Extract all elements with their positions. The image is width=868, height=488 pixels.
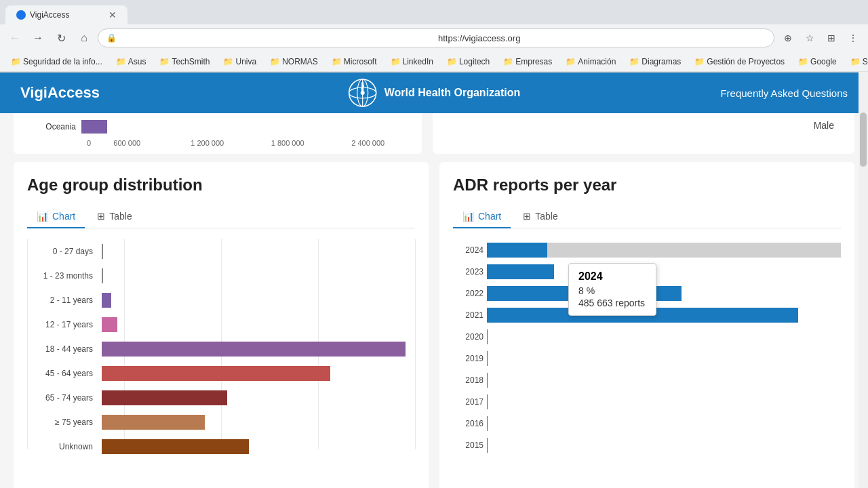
age-label-0-27days: 0 - 27 days bbox=[27, 247, 98, 256]
adr-table-tab[interactable]: ⊞ Table bbox=[513, 205, 567, 228]
faq-link[interactable]: Frequently Asked Questions bbox=[720, 87, 848, 99]
bookmark-google[interactable]: 📁 Google bbox=[793, 56, 842, 68]
bookmark-animacion[interactable]: 📁 Animación bbox=[560, 56, 621, 68]
bookmark-linkedin[interactable]: 📁 LinkedIn bbox=[385, 56, 439, 68]
adr-bar-2015 bbox=[487, 438, 841, 453]
age-label-2-11years: 2 - 11 years bbox=[27, 296, 98, 305]
who-text: World Health Organization bbox=[384, 86, 521, 100]
grid-line-100 bbox=[415, 239, 416, 449]
x-tick-1: 600 000 bbox=[87, 139, 167, 147]
bookmark-microsoft[interactable]: 📁 Microsoft bbox=[326, 56, 382, 68]
scrollbar-thumb[interactable] bbox=[860, 113, 867, 167]
adr-row-2017: 2017 bbox=[487, 391, 841, 413]
ssl-icon: 🔒 bbox=[106, 33, 434, 43]
folder-icon: 📁 bbox=[332, 57, 342, 66]
who-logo: World Health Organization bbox=[348, 78, 521, 108]
bookmark-label: Univa bbox=[235, 57, 256, 66]
bookmark-techsmith[interactable]: 📁 TechSmith bbox=[154, 56, 215, 68]
menu-icon[interactable]: ⋮ bbox=[844, 28, 863, 47]
age-table-tab-label: Table bbox=[109, 211, 132, 222]
folder-icon: 📁 bbox=[447, 57, 457, 66]
adr-table-tab-label: Table bbox=[535, 211, 557, 222]
bookmark-icon[interactable]: ☆ bbox=[800, 28, 819, 47]
adr-bar-2023 bbox=[487, 264, 841, 279]
bookmark-label: Diagramas bbox=[642, 57, 681, 66]
forward-button[interactable]: → bbox=[28, 28, 47, 47]
top-partial-row: Oceania 0 600 000 1 200 000 1 800 000 2 … bbox=[0, 113, 868, 154]
age-row-0-27days: 0 - 27 days bbox=[102, 239, 415, 264]
x-axis: 0 600 000 1 200 000 1 800 000 2 400 000 bbox=[87, 139, 408, 147]
folder-icon: 📁 bbox=[566, 57, 576, 66]
age-row-12-17years: 12 - 17 years bbox=[102, 312, 415, 337]
age-bar-12-17years bbox=[102, 317, 415, 332]
age-bar-fill bbox=[102, 342, 406, 357]
adr-row-2023: 2023 bbox=[487, 261, 841, 283]
site-logo[interactable]: VigiAccess bbox=[20, 84, 100, 102]
adr-chart-tab[interactable]: 📊 Chart bbox=[453, 205, 511, 228]
age-bar-fill bbox=[102, 390, 227, 405]
adr-panel-title: ADR reports per year bbox=[453, 176, 841, 195]
oceania-label: Oceania bbox=[27, 122, 81, 131]
adr-bar-2017 bbox=[487, 394, 841, 409]
adr-bar-2024: 2024 8 % 485 663 reports bbox=[487, 243, 841, 258]
adr-row-2020: 2020 bbox=[487, 326, 841, 348]
region-panel-partial: Oceania 0 600 000 1 200 000 1 800 000 2 … bbox=[14, 113, 422, 154]
bookmark-label: NORMAS bbox=[282, 57, 318, 66]
folder-icon: 📁 bbox=[629, 57, 639, 66]
bookmark-empresas[interactable]: 📁 Empresas bbox=[498, 56, 557, 68]
home-button[interactable]: ⌂ bbox=[75, 28, 94, 47]
age-bar-unknown bbox=[102, 439, 415, 454]
age-bar-fill bbox=[102, 317, 117, 332]
age-panel-title: Age group distribution bbox=[27, 176, 415, 195]
reload-button[interactable]: ↻ bbox=[52, 28, 71, 47]
browser-chrome: VigiAccess ✕ ← → ↻ ⌂ 🔒 https://vigiacces… bbox=[0, 0, 868, 73]
adr-bar-fill bbox=[487, 416, 488, 431]
bookmark-label: Animación bbox=[578, 57, 616, 66]
bookmark-label: Asus bbox=[128, 57, 146, 66]
browser-tabs: VigiAccess ✕ bbox=[0, 0, 868, 24]
adr-bar-fill bbox=[487, 351, 488, 366]
adr-row-2015: 2015 bbox=[487, 434, 841, 456]
age-label-18-44years: 18 - 44 years bbox=[27, 344, 98, 354]
age-table-tab[interactable]: ⊞ Table bbox=[87, 205, 141, 228]
age-label-45-64years: 45 - 64 years bbox=[27, 369, 98, 378]
translate-icon[interactable]: ⊕ bbox=[778, 28, 797, 47]
adr-bar-fill bbox=[487, 438, 488, 453]
bookmark-streaming[interactable]: 📁 Streaming Video bbox=[845, 56, 868, 68]
bookmark-seguridad[interactable]: 📁 Seguridad de la info... bbox=[5, 56, 108, 68]
tooltip-year: 2024 bbox=[578, 270, 646, 283]
adr-label-2017: 2017 bbox=[453, 397, 484, 407]
bookmark-normas[interactable]: 📁 NORMAS bbox=[264, 56, 323, 68]
main-panels: Age group distribution 📊 Chart ⊞ Table bbox=[0, 162, 868, 488]
address-bar[interactable]: 🔒 https://vigiaccess.org bbox=[98, 28, 774, 47]
url-text: https://vigiaccess.org bbox=[438, 33, 766, 43]
adr-table-icon: ⊞ bbox=[523, 211, 531, 222]
adr-label-2022: 2022 bbox=[453, 289, 484, 298]
bookmark-label: Empresas bbox=[515, 57, 552, 66]
browser-toolbar-icons: ⊕ ☆ ⊞ ⋮ bbox=[778, 28, 863, 47]
adr-label-2023: 2023 bbox=[453, 267, 484, 277]
folder-icon: 📁 bbox=[270, 57, 280, 66]
adr-label-2020: 2020 bbox=[453, 332, 484, 342]
bookmark-univa[interactable]: 📁 Univa bbox=[218, 56, 262, 68]
age-bar-75plus bbox=[102, 415, 415, 430]
active-tab[interactable]: VigiAccess ✕ bbox=[5, 5, 127, 24]
adr-label-2018: 2018 bbox=[453, 375, 484, 385]
extensions-icon[interactable]: ⊞ bbox=[822, 28, 841, 47]
back-button[interactable]: ← bbox=[5, 28, 24, 47]
adr-bar-2022 bbox=[487, 286, 841, 301]
tab-close-button[interactable]: ✕ bbox=[108, 9, 117, 20]
adr-row-2022: 2022 bbox=[487, 283, 841, 304]
adr-label-2016: 2016 bbox=[453, 419, 484, 428]
adr-bar-fill bbox=[487, 394, 488, 409]
site-header: VigiAccess World Health Organization Fre… bbox=[0, 73, 868, 113]
adr-row-2024: 2024 2024 8 % 485 663 reports bbox=[487, 239, 841, 261]
bookmark-asus[interactable]: 📁 Asus bbox=[111, 56, 152, 68]
folder-icon: 📁 bbox=[850, 57, 861, 66]
age-chart-tab[interactable]: 📊 Chart bbox=[27, 205, 85, 228]
oceania-row: Oceania bbox=[27, 120, 408, 134]
age-label-75plus: ≥ 75 years bbox=[27, 418, 98, 427]
bookmark-gestion[interactable]: 📁 Gestión de Proyectos bbox=[689, 56, 790, 68]
bookmark-logitech[interactable]: 📁 Logitech bbox=[441, 56, 495, 68]
bookmark-diagramas[interactable]: 📁 Diagramas bbox=[624, 56, 686, 68]
